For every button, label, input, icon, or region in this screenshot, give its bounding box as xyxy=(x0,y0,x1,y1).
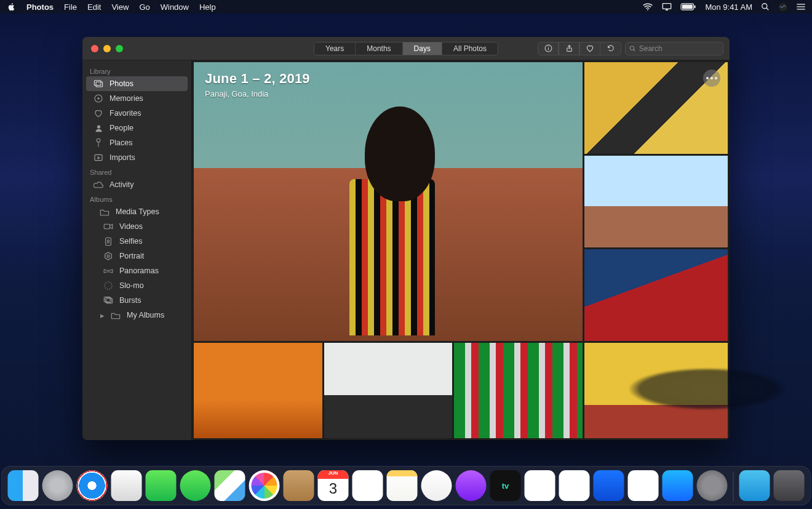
dock-system-preferences-icon[interactable] xyxy=(697,470,728,501)
menu-file[interactable]: File xyxy=(64,2,77,12)
dock-downloads-icon[interactable] xyxy=(739,470,770,501)
window-titlebar: Years Months Days All Photos xyxy=(82,37,730,60)
sidebar-item-bursts[interactable]: Bursts xyxy=(82,293,191,308)
photo-hero[interactable]: June 1 – 2, 2019 Panaji, Goa, India xyxy=(194,62,583,341)
sidebar-item-label: Videos xyxy=(119,222,143,231)
view-segmented-control: Years Months Days All Photos xyxy=(314,42,498,55)
more-button[interactable] xyxy=(703,70,720,87)
minimize-button[interactable] xyxy=(103,45,111,52)
sidebar-section-header: Library xyxy=(82,64,191,76)
sidebar-item-panoramas[interactable]: Panoramas xyxy=(82,263,191,278)
menu-edit[interactable]: Edit xyxy=(87,2,101,12)
share-button[interactable] xyxy=(559,42,579,55)
sidebar-item-label: Media Types xyxy=(116,207,159,216)
sidebar-item-slo-mo[interactable]: Slo-mo xyxy=(82,278,191,293)
menubar-status: Mon 9:41 AM xyxy=(642,2,806,12)
dock-photos-icon[interactable] xyxy=(249,470,280,501)
maximize-button[interactable] xyxy=(116,45,123,52)
photo-grid: June 1 – 2, 2019 Panaji, Goa, India xyxy=(192,60,730,440)
dock-maps-icon[interactable] xyxy=(215,470,245,501)
menu-go[interactable]: Go xyxy=(139,2,149,12)
dock-reminders-icon[interactable] xyxy=(352,470,383,501)
menu-window[interactable]: Window xyxy=(161,2,189,12)
sidebar-item-my-albums[interactable]: ▸My Albums xyxy=(82,308,191,323)
search-input[interactable] xyxy=(639,44,719,53)
dock-safari-icon[interactable] xyxy=(77,470,108,501)
dock-contacts-icon[interactable] xyxy=(284,470,314,501)
dock-podcasts-icon[interactable] xyxy=(456,470,487,501)
selfie-icon xyxy=(103,236,113,246)
svg-rect-18 xyxy=(94,81,101,86)
battery-icon[interactable] xyxy=(680,3,696,10)
sidebar-item-label: Activity xyxy=(109,180,134,189)
heart-icon xyxy=(94,108,103,118)
dock-pages-icon[interactable] xyxy=(628,470,659,501)
spotlight-icon[interactable] xyxy=(761,2,770,11)
dock-messages-icon[interactable] xyxy=(180,470,211,501)
disclosure-triangle-icon[interactable]: ▸ xyxy=(100,311,105,320)
svg-point-26 xyxy=(107,239,109,241)
dock-news-icon[interactable] xyxy=(525,470,555,501)
search-icon xyxy=(629,45,636,52)
photo-thumbnail[interactable] xyxy=(194,343,322,438)
dock-music-icon[interactable] xyxy=(421,470,452,501)
info-button[interactable] xyxy=(538,42,559,55)
sidebar-item-places[interactable]: Places xyxy=(82,135,191,150)
dock-facetime-icon[interactable] xyxy=(146,470,177,501)
photo-thumbnail[interactable] xyxy=(584,249,728,341)
svg-rect-1 xyxy=(663,4,671,9)
sidebar-item-videos[interactable]: Videos xyxy=(82,219,191,234)
dock-keynote-icon[interactable] xyxy=(594,470,624,501)
menubar-clock[interactable]: Mon 9:41 AM xyxy=(705,2,752,12)
search-field[interactable] xyxy=(625,42,723,55)
sidebar-item-favorites[interactable]: Favorites xyxy=(82,106,191,121)
sidebar-item-photos[interactable]: Photos xyxy=(86,76,188,91)
dock-tv-icon[interactable]: tv xyxy=(490,470,521,501)
tab-months[interactable]: Months xyxy=(356,42,402,55)
sidebar-item-label: Imports xyxy=(109,153,135,162)
tab-all-photos[interactable]: All Photos xyxy=(442,42,498,55)
sidebar-item-media-types[interactable]: Media Types xyxy=(82,204,191,219)
siri-icon[interactable] xyxy=(778,2,787,12)
rotate-button[interactable] xyxy=(600,42,621,55)
wifi-icon[interactable] xyxy=(642,3,653,10)
svg-point-28 xyxy=(105,282,112,289)
photo-thumbnail[interactable] xyxy=(584,343,728,438)
apple-menu-icon[interactable] xyxy=(7,2,16,11)
dock-launchpad-icon[interactable] xyxy=(42,470,73,501)
menu-view[interactable]: View xyxy=(111,2,129,12)
menubar-list-icon[interactable] xyxy=(796,3,806,10)
dock-app-store-icon[interactable] xyxy=(663,470,693,501)
svg-point-15 xyxy=(630,46,634,49)
menubar-app-name[interactable]: Photos xyxy=(26,2,54,12)
photo-thumbnail[interactable] xyxy=(454,343,583,438)
sidebar-item-portrait[interactable]: Portrait xyxy=(82,249,191,263)
dock-mail-icon[interactable] xyxy=(111,470,142,501)
sidebar-section-header: Shared xyxy=(82,165,191,177)
photo-thumbnail[interactable] xyxy=(324,343,453,438)
sidebar-item-memories[interactable]: Memories xyxy=(82,91,191,106)
favorite-button[interactable] xyxy=(579,42,600,55)
video-icon xyxy=(103,222,113,231)
dock-calendar-icon[interactable]: JUN3 xyxy=(318,470,349,501)
dock-separator xyxy=(733,471,734,501)
tab-days[interactable]: Days xyxy=(403,42,442,55)
tab-years[interactable]: Years xyxy=(314,42,356,55)
svg-rect-17 xyxy=(96,82,103,87)
sidebar-item-selfies[interactable]: Selfies xyxy=(82,234,191,249)
sidebar-item-imports[interactable]: Imports xyxy=(82,150,191,165)
dock-trash-icon[interactable] xyxy=(774,470,805,501)
folder-icon xyxy=(111,310,121,320)
dock-finder-icon[interactable] xyxy=(8,470,39,501)
calendar-day: 3 xyxy=(318,480,349,497)
sidebar-item-people[interactable]: People xyxy=(82,121,191,135)
dock-numbers-icon[interactable] xyxy=(559,470,590,501)
close-button[interactable] xyxy=(91,45,98,52)
photo-thumbnail[interactable] xyxy=(584,62,728,154)
menu-help[interactable]: Help xyxy=(199,2,216,12)
photo-thumbnail[interactable] xyxy=(584,156,728,247)
sidebar-item-activity[interactable]: Activity xyxy=(82,177,191,192)
calendar-month: JUN xyxy=(318,470,349,476)
dock-notes-icon[interactable] xyxy=(387,470,418,501)
airplay-icon[interactable] xyxy=(662,2,672,11)
